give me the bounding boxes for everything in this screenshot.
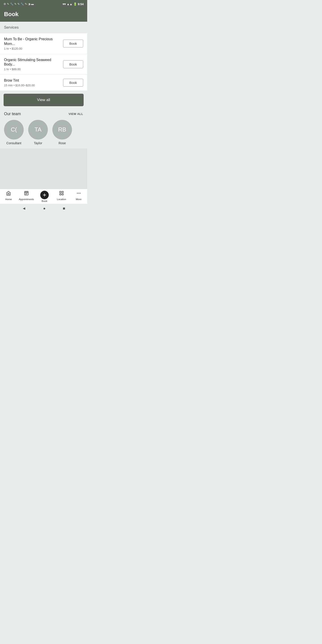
member-name-taylor: Taylor [34, 141, 42, 145]
service-details-brow-tint: 15 min • $16.00–$20.00 [4, 84, 60, 87]
edit-icon-1: ✎ [7, 2, 9, 6]
edit-icon-4: ✎ [25, 2, 27, 6]
team-member-consultant[interactable]: C( Consultant [4, 120, 24, 145]
service-info-seaweed: Organic Stimulating Seaweed Body... 1 hr… [4, 58, 63, 71]
nav-item-book[interactable]: Book [38, 191, 51, 202]
team-section: Our team VIEW ALL C( Consultant TA Taylo… [0, 109, 87, 148]
services-section-header: Services [0, 22, 87, 32]
wifi-icon: ▾▾ [62, 2, 66, 6]
edit-icon-3: ✎ [18, 2, 20, 6]
home-icon [6, 191, 11, 197]
nav-label-appointments: Appointments [19, 198, 34, 200]
team-member-list: C( Consultant TA Taylor RB Rose [4, 120, 83, 148]
svg-rect-10 [60, 194, 61, 195]
back-button[interactable]: ◄ [22, 206, 26, 211]
time-display: 9:54 [78, 2, 84, 6]
service-name-seaweed: Organic Stimulating Seaweed Body... [4, 58, 60, 67]
tool-icon-1: 🔧 [10, 2, 14, 6]
svg-rect-9 [62, 192, 63, 193]
nav-label-home: Home [5, 198, 12, 200]
page-header: Book [0, 8, 87, 22]
book-plus-icon [40, 191, 49, 199]
view-all-button[interactable]: View all [4, 94, 84, 106]
book-button-seaweed[interactable]: Book [63, 60, 83, 68]
member-name-consultant: Consultant [6, 141, 22, 145]
service-item-brow-tint: Brow Tint 15 min • $16.00–$20.00 Book [0, 75, 87, 90]
location-icon [59, 191, 64, 197]
team-member-rose[interactable]: RB Rose [52, 120, 72, 145]
svg-rect-11 [62, 194, 63, 195]
team-member-taylor[interactable]: TA Taylor [28, 120, 48, 145]
svg-rect-8 [60, 192, 61, 193]
sim-icon: ▬ [31, 2, 34, 6]
member-name-rose: Rose [58, 141, 66, 145]
service-list: Mum To Be - Organic Precious Mom... 1 hr… [0, 33, 87, 90]
service-info-mum-to-be: Mum To Be - Organic Precious Mom... 1 hr… [4, 37, 63, 50]
avatar-consultant: C( [4, 120, 24, 140]
empty-content-area [0, 148, 87, 189]
home-button[interactable]: ● [43, 206, 46, 211]
avatar-taylor: TA [28, 120, 48, 140]
svg-point-12 [77, 193, 78, 194]
book-button-mum-to-be[interactable]: Book [63, 40, 83, 48]
service-info-brow-tint: Brow Tint 15 min • $16.00–$20.00 [4, 78, 63, 87]
service-item-seaweed: Organic Stimulating Seaweed Body... 1 hr… [0, 54, 87, 75]
team-title: Our team [4, 112, 21, 116]
services-label: Services [4, 25, 18, 30]
nav-label-more: More [76, 198, 82, 200]
service-details-mum-to-be: 1 hr • $120.00 [4, 47, 60, 50]
tool-icon-2: 🔧 [20, 2, 24, 6]
settings-icon: ⚙ [4, 2, 6, 6]
circle-icon: ◑ [28, 2, 30, 6]
nav-label-location: Location [57, 198, 66, 200]
status-icons-left: ⚙ ✎ 🔧 ✎ ✎ 🔧 ✎ ◑ ▬ [4, 2, 34, 6]
battery-icon: 🔋 [73, 2, 77, 6]
appointments-icon [24, 191, 29, 197]
team-view-all-link[interactable]: VIEW ALL [68, 112, 83, 116]
recents-button[interactable]: ■ [63, 206, 65, 211]
service-details-seaweed: 1 hr • $89.00 [4, 68, 60, 71]
page-title: Book [4, 11, 83, 18]
nav-item-more[interactable]: More [72, 191, 86, 202]
status-bar: ⚙ ✎ 🔧 ✎ ✎ 🔧 ✎ ◑ ▬ ▾▾ ▲▲ 🔋 9:54 [0, 0, 87, 8]
book-button-brow-tint[interactable]: Book [63, 79, 83, 86]
more-icon [76, 191, 81, 197]
nav-label-book: Book [42, 200, 47, 202]
nav-item-home[interactable]: Home [2, 191, 15, 202]
service-name-brow-tint: Brow Tint [4, 78, 60, 83]
android-navigation-bar: ◄ ● ■ [0, 204, 87, 214]
bottom-navigation: Home Appointments Book [0, 189, 87, 204]
service-name-mum-to-be: Mum To Be - Organic Precious Mom... [4, 37, 60, 46]
edit-icon-2: ✎ [14, 2, 16, 6]
signal-icon: ▲▲ [67, 2, 72, 6]
service-item-mum-to-be: Mum To Be - Organic Precious Mom... 1 hr… [0, 33, 87, 54]
nav-item-appointments[interactable]: Appointments [19, 191, 34, 202]
svg-point-14 [80, 193, 80, 194]
nav-item-location[interactable]: Location [55, 191, 68, 202]
status-icons-right: ▾▾ ▲▲ 🔋 9:54 [62, 2, 84, 6]
team-section-header: Our team VIEW ALL [4, 112, 83, 116]
avatar-rose: RB [52, 120, 72, 140]
svg-point-13 [78, 193, 79, 194]
